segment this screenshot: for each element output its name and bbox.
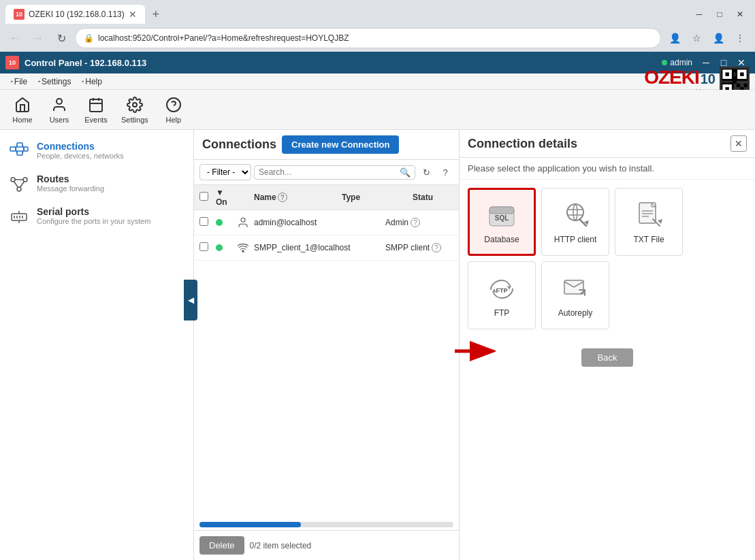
row-1-checkbox[interactable] (199, 217, 208, 226)
maximize-button[interactable]: □ (710, 5, 729, 24)
svg-rect-15 (733, 76, 736, 79)
http-client-app-icon[interactable]: HTTP client (541, 188, 609, 256)
url-text: localhost:9520/Control+Panel/?a=Home&ref… (98, 33, 652, 43)
name-help-icon[interactable]: ? (278, 193, 287, 202)
connections-toolbar: - Filter - 🔍 ↻ ? (194, 160, 459, 185)
admin-status-dot (662, 60, 667, 65)
create-new-connection-button[interactable]: Create new Connection (282, 135, 399, 154)
browser-chrome: 10 OZEKI 10 (192.168.0.113) ✕ + ─ □ ✕ ← … (0, 0, 755, 52)
star-button[interactable]: ☆ (687, 29, 706, 48)
details-panel: Connection details ✕ Please select the a… (460, 130, 755, 560)
close-button[interactable]: ✕ (730, 5, 750, 24)
txt-file-app-icon[interactable]: TXT File (615, 188, 683, 256)
address-bar: ← → ↻ 🔒 localhost:9520/Control+Panel/?a=… (0, 24, 755, 52)
events-button[interactable]: Events (79, 93, 113, 127)
profile-button[interactable]: 👤 (665, 29, 684, 48)
menu-file[interactable]: File (5, 76, 33, 88)
app-icon: 10 (5, 56, 19, 69)
select-all-checkbox[interactable] (199, 192, 208, 201)
url-bar[interactable]: 🔒 localhost:9520/Control+Panel/?a=Home&r… (75, 28, 661, 48)
settings-label: Settings (121, 116, 148, 124)
tab-close-button[interactable]: ✕ (129, 9, 137, 20)
autoreply-app-icon[interactable]: Autoreply (541, 261, 609, 329)
delete-button[interactable]: Delete (199, 536, 244, 555)
users-button[interactable]: Users (42, 93, 76, 127)
back-button[interactable]: Back (581, 348, 634, 367)
sidebar-routes-content: Routes Message forwarding (37, 174, 185, 193)
scrollbar-track[interactable] (199, 522, 453, 527)
connections-panel-title: Connections (202, 137, 276, 152)
scrollbar-thumb[interactable] (199, 522, 301, 527)
help-icon (164, 95, 183, 114)
refresh-connections-button[interactable]: ↻ (418, 164, 434, 180)
menu-settings[interactable]: Settings (33, 76, 76, 88)
help-label: Help (165, 116, 181, 124)
menu-help[interactable]: Help (76, 76, 108, 88)
tab-favicon: 10 (14, 9, 25, 20)
tab-bar: 10 OZEKI 10 (192.168.0.113) ✕ + ─ □ ✕ (0, 0, 755, 24)
sidebar-item-connections[interactable]: Connections People, devices, networks (0, 135, 193, 168)
help-button[interactable]: Help (157, 93, 191, 127)
users-icon (50, 95, 69, 114)
row-checkbox-2 (199, 242, 213, 253)
account-button[interactable]: 👤 (709, 29, 728, 48)
table-row[interactable]: SMPP_client_1@localhost SMPP client ? (194, 235, 459, 261)
logo-ozeki: OZEKI (644, 67, 699, 88)
sidebar-connections-content: Connections People, devices, networks (37, 141, 185, 160)
http-client-label: HTTP client (554, 235, 596, 244)
sidebar-serial-ports-title: Serial ports (37, 206, 185, 217)
svg-rect-24 (10, 147, 16, 151)
row-1-help-icon[interactable]: ? (411, 218, 420, 227)
logo-10: 10 (701, 71, 716, 87)
svg-point-34 (17, 187, 21, 191)
back-button[interactable]: ← (5, 29, 25, 48)
svg-point-46 (242, 250, 244, 252)
connections-header: Connections Create new Connection (194, 130, 459, 160)
connections-spacer (194, 261, 459, 519)
main-content: ◀ Connections (0, 130, 755, 560)
row-2-status-dot (216, 244, 223, 251)
refresh-button[interactable]: ↻ (52, 29, 71, 48)
header-on: ▼ On (216, 188, 232, 207)
database-label: Database (484, 235, 519, 244)
svg-text:FTP: FTP (496, 287, 508, 294)
connections-help-button[interactable]: ? (437, 164, 453, 180)
svg-rect-26 (17, 151, 22, 155)
sidebar: ◀ Connections (0, 130, 194, 560)
autoreply-icon (560, 274, 590, 306)
svg-point-51 (567, 204, 583, 220)
database-app-icon[interactable]: SQL Database (468, 188, 536, 256)
ftp-icon: FTP (487, 274, 517, 306)
ftp-app-icon[interactable]: FTP FTP (468, 261, 536, 329)
filter-select[interactable]: - Filter - (199, 164, 251, 180)
search-input[interactable] (259, 167, 397, 177)
home-button[interactable]: Home (5, 93, 39, 127)
sidebar-item-routes[interactable]: Routes Message forwarding (0, 168, 193, 201)
settings-button[interactable]: Settings (116, 93, 154, 127)
menu-button[interactable]: ⋮ (730, 29, 750, 48)
table-row[interactable]: admin@localhost Admin ? (194, 210, 459, 235)
row-1-status-dot (216, 219, 223, 226)
row-checkbox-1 (199, 217, 213, 228)
forward-button[interactable]: → (29, 29, 48, 48)
browser-actions: 👤 ☆ 👤 ⋮ (665, 29, 750, 48)
row-2-checkbox[interactable] (199, 242, 208, 251)
browser-tab[interactable]: 10 OZEKI 10 (192.168.0.113) ✕ (5, 5, 145, 24)
routes-icon (8, 174, 30, 195)
row-2-help-icon[interactable]: ? (432, 243, 441, 252)
svg-rect-2 (725, 72, 728, 76)
home-icon (13, 95, 32, 114)
table-header: ▼ On Name ? Type Statu (194, 185, 459, 210)
sidebar-item-serial-ports[interactable]: Serial ports Configure the ports in your… (0, 201, 193, 233)
txt-file-label: TXT File (633, 235, 664, 244)
minimize-button[interactable]: ─ (690, 5, 709, 24)
sidebar-routes-subtitle: Message forwarding (37, 184, 185, 193)
details-close-button[interactable]: ✕ (730, 135, 747, 152)
row-2-type: SMPP client ? (385, 243, 453, 252)
svg-line-29 (16, 149, 17, 153)
connections-panel: Connections Create new Connection - Filt… (194, 130, 460, 560)
row-1-on (216, 219, 232, 226)
sidebar-collapse-button[interactable]: ◀ (184, 280, 194, 320)
events-icon (86, 95, 106, 114)
new-tab-button[interactable]: + (148, 6, 164, 22)
